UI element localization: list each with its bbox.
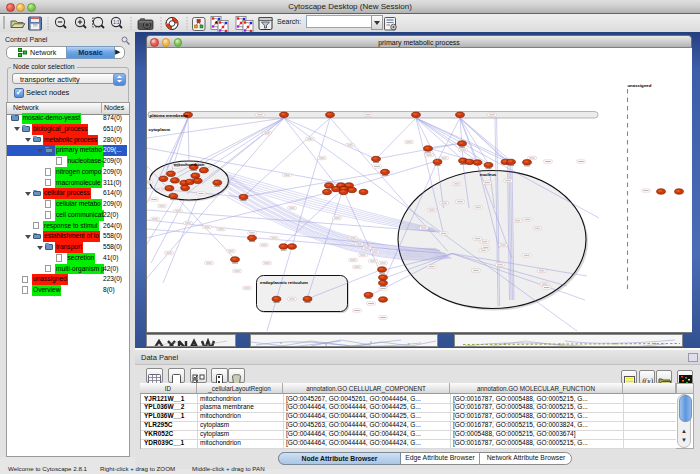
svg-text:mitochondrion: mitochondrion xyxy=(174,161,205,166)
svg-text:1:1: 1:1 xyxy=(113,20,120,25)
svg-text:cytoplasm: cytoplasm xyxy=(149,126,171,131)
svg-text:nucleus: nucleus xyxy=(480,171,497,176)
svg-text:plasma membrane: plasma membrane xyxy=(150,112,189,117)
svg-text:unassigned: unassigned xyxy=(628,83,652,88)
svg-text:endoplasmic reticulum: endoplasmic reticulum xyxy=(260,279,308,284)
